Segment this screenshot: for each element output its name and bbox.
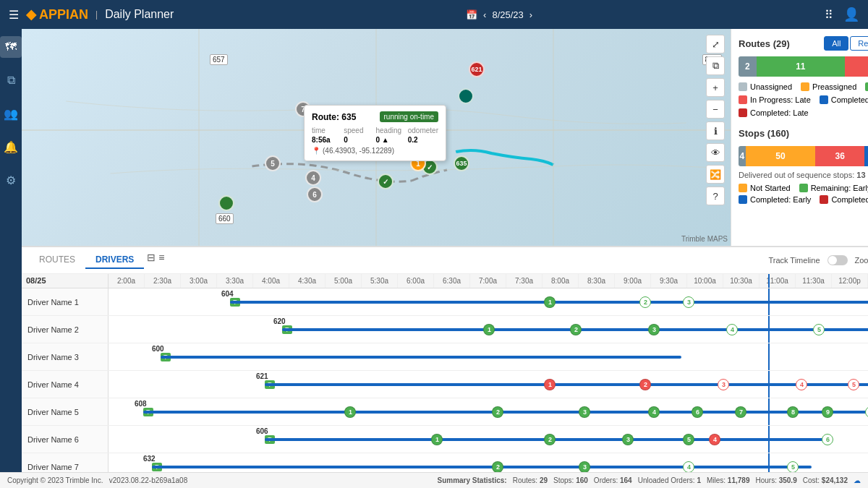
stop-circle[interactable]: 5 xyxy=(683,434,694,445)
stop-circle[interactable]: 3 xyxy=(579,461,590,473)
time-slot: 9:00a xyxy=(615,274,651,288)
driver-timeline: 621T12345T xyxy=(109,371,868,398)
map-container[interactable]: Route: 635 running on-time time speed he… xyxy=(22,29,731,246)
stop-circle[interactable]: 6 xyxy=(822,434,833,445)
tab-routes[interactable]: ROUTES xyxy=(29,252,85,269)
marker-4[interactable]: 4 xyxy=(305,170,321,186)
time-slot: 3:00a xyxy=(181,274,217,288)
route-btn[interactable]: 🔀 xyxy=(706,165,725,184)
layers-btn[interactable]: ⧉ xyxy=(706,56,725,75)
stop-circle[interactable]: 3 xyxy=(648,324,660,335)
sidebar-users-icon[interactable]: 👥 xyxy=(0,103,22,124)
label-660: 660 xyxy=(216,213,234,224)
tooltip-val-odometer: 0.2 xyxy=(408,136,438,144)
stop-circle[interactable]: 3 xyxy=(683,296,694,308)
stop-circle[interactable]: 4 xyxy=(726,324,738,335)
stop-circle[interactable]: 4 xyxy=(683,461,694,473)
stop-circle[interactable]: 5 xyxy=(848,379,859,390)
routes-tabs: All Remaining Route Details xyxy=(824,36,868,51)
timeline-grid: 08/25 2:00a2:30a3:00a3:30a4:00a4:30a5:00… xyxy=(22,274,868,472)
legend-dot-ip-early xyxy=(865,82,868,91)
nav-next[interactable]: › xyxy=(529,9,532,20)
stop-circle[interactable]: 2 xyxy=(639,296,651,308)
help-btn[interactable]: ? xyxy=(706,187,725,205)
tab-remaining-routes[interactable]: Remaining xyxy=(850,36,868,51)
stop-circle[interactable]: 8 xyxy=(787,406,799,418)
filter-icon[interactable]: ⊟ xyxy=(147,252,156,269)
stop-circle[interactable]: 2 xyxy=(570,324,582,335)
footer-stat-miles: Miles: 11,789 xyxy=(707,476,750,484)
timeline-controls: Track Timeline Zoom (2) ▲ xyxy=(768,254,868,266)
grid-icon[interactable]: ⠿ xyxy=(825,8,833,22)
stop-circle[interactable]: 7 xyxy=(735,406,746,418)
stop-circle[interactable]: 10 xyxy=(865,406,868,418)
time-slot: 11:00a xyxy=(760,274,796,288)
hamburger-icon[interactable]: ☰ xyxy=(9,8,19,22)
track-toggle[interactable] xyxy=(827,255,848,265)
tooltip-label-time: time xyxy=(312,127,342,134)
stops-label-not-started: Not Started xyxy=(750,184,791,192)
timeline-grid-container[interactable]: 08/25 2:00a2:30a3:00a3:30a4:00a4:30a5:00… xyxy=(22,274,868,472)
driver-name: Driver Name 4 xyxy=(22,371,109,398)
marker-5[interactable]: 5 xyxy=(265,155,281,171)
stop-circle[interactable]: 5 xyxy=(787,461,799,473)
marker-6[interactable]: 6 xyxy=(307,187,323,202)
stop-circle[interactable]: 2 xyxy=(639,379,651,390)
driver-row: Driver Name 7632T2345 xyxy=(22,453,868,472)
stop-circle[interactable]: 1 xyxy=(344,406,356,418)
driver-row: Driver Name 3600T xyxy=(22,343,868,371)
eye-btn[interactable]: 👁 xyxy=(706,143,725,162)
route-line xyxy=(143,411,868,414)
time-slot: 7:30a xyxy=(506,274,542,288)
legend-label-ip-late: In Progress: Late xyxy=(750,95,811,104)
expand-map-btn[interactable]: ⤢ xyxy=(706,35,725,53)
marker-662-check[interactable]: ✓ xyxy=(378,174,393,189)
stops-legend-rem-early: Remaining: Early xyxy=(799,184,868,192)
zoom-out-btn[interactable]: − xyxy=(706,100,725,119)
delivered-count: 13 xyxy=(856,171,865,179)
tab-drivers[interactable]: DRIVERS xyxy=(85,252,144,269)
right-panel: Routes (29) All Remaining Route Details … xyxy=(731,29,868,246)
stop-circle[interactable]: 4 xyxy=(796,379,807,390)
tooltip-val-speed: 0 xyxy=(344,136,374,144)
sidebar-layers-icon[interactable]: ⧉ xyxy=(0,69,22,91)
legend-completed-early: Completed: Early xyxy=(820,95,868,104)
stop-circle[interactable]: 5 xyxy=(813,324,825,335)
sidebar-map-icon[interactable]: 🗺 xyxy=(0,36,22,58)
copyright: Copyright © 2023 Trimble Inc. xyxy=(7,476,103,484)
driver-row: Driver Name 6606T123546 xyxy=(22,426,868,453)
tab-all-routes[interactable]: All xyxy=(824,36,848,51)
sort-icon[interactable]: ≡ xyxy=(158,252,164,269)
stop-circle[interactable]: 3 xyxy=(622,434,634,445)
zoom-in-btn[interactable]: + xyxy=(706,78,725,97)
stop-circle[interactable]: 2 xyxy=(492,406,503,418)
stop-circle[interactable]: 6 xyxy=(692,406,703,418)
stop-circle[interactable]: 4 xyxy=(648,406,660,418)
timeline-date: 08/25 xyxy=(22,274,109,288)
marker-green1[interactable] xyxy=(458,88,474,104)
user-icon[interactable]: 👤 xyxy=(843,7,859,22)
tooltip-label-speed: speed xyxy=(344,127,374,134)
stop-circle[interactable]: 2 xyxy=(544,434,556,445)
footer-stat-stops: Stops: 160 xyxy=(553,476,588,484)
stop-circle[interactable]: 1 xyxy=(544,296,556,308)
stops-bar-seg-1: 4 xyxy=(739,146,746,166)
driver-name: Driver Name 1 xyxy=(22,288,109,315)
marker-621[interactable]: 621 xyxy=(469,61,485,77)
stop-circle[interactable]: 1 xyxy=(431,434,443,445)
sidebar-bell-icon[interactable]: 🔔 xyxy=(0,136,22,158)
marker-660[interactable] xyxy=(218,195,234,211)
stop-circle[interactable]: 2 xyxy=(492,461,503,473)
stop-circle[interactable]: 3 xyxy=(718,379,729,390)
marker-635[interactable]: 635 xyxy=(454,155,469,171)
stop-circle[interactable]: 1 xyxy=(544,379,556,390)
stop-circle[interactable]: 3 xyxy=(579,406,590,418)
time-slot: 6:30a xyxy=(434,274,470,288)
sidebar-settings-icon[interactable]: ⚙ xyxy=(0,169,22,191)
stop-circle[interactable]: 1 xyxy=(483,324,495,335)
info-btn[interactable]: ℹ xyxy=(706,121,725,140)
nav-prev[interactable]: ‹ xyxy=(483,9,486,20)
stop-circle[interactable]: 4 xyxy=(709,434,720,445)
stops-bar-seg-3: 36 xyxy=(815,146,864,166)
stop-circle[interactable]: 9 xyxy=(822,406,833,418)
